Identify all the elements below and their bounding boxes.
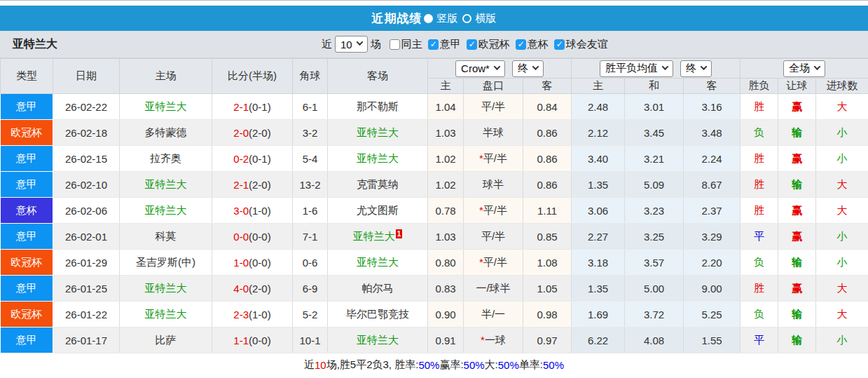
corner-cell: 6-1 [293, 94, 328, 120]
league-badge: 欧冠杯 [1, 302, 53, 328]
league-checkbox-coppa[interactable] [516, 39, 526, 50]
avg-draw-cell: 3.57 [625, 250, 684, 276]
away-team: 亚特兰大 [357, 152, 399, 164]
top-strip [0, 0, 868, 6]
table-row: 欧冠杯 26-02-18 多特蒙德 2-0(2-0) 3-2 亚特兰大 1.03… [1, 120, 868, 146]
same-home-checkbox[interactable] [390, 39, 400, 50]
same-home-label[interactable]: 同主 [401, 38, 422, 51]
home-team: 亚特兰大 [145, 282, 187, 294]
summary-footer: 近10场,胜5平2负3, 胜率:50% 赢率:50% 大:50% 单率:50% [0, 353, 868, 377]
handicap-result-cell: 输 [778, 172, 816, 198]
scope-value: 全场 [789, 62, 810, 75]
summary-segment: 赢率: [439, 358, 463, 372]
odds-company-select[interactable]: Crow* [455, 60, 505, 77]
table-row: 意甲 26-01-25 亚特兰大 4-0(2-0) 6-9 帕尔马 0.83 *… [1, 276, 868, 302]
home-team: 亚特兰大 [145, 204, 187, 216]
vertical-layout-label[interactable]: 竖版 [437, 12, 458, 25]
horizontal-layout-radio[interactable] [462, 14, 471, 23]
score-cell: 1-0(0-0) [212, 250, 293, 276]
match-date: 26-02-10 [53, 172, 120, 198]
avg-draw-cell: 3.21 [625, 146, 684, 172]
home-team: 圣吉罗斯(中) [136, 256, 195, 268]
league-label-serie-a[interactable]: 意甲 [440, 38, 461, 51]
odds-select-group: Crow* 终 [428, 59, 572, 79]
match-table-body: 意甲 26-02-22 亚特兰大 2-1(0-1) 6-1 那不勒斯 1.04 … [1, 94, 868, 353]
league-checkbox-friendly[interactable] [554, 39, 565, 50]
avg-draw-cell: 5.09 [625, 172, 684, 198]
league-badge: 意甲 [1, 94, 53, 120]
handicap-cell: *球半 [464, 172, 523, 198]
table-row: 意甲 26-02-15 拉齐奥 0-2(0-1) 5-4 亚特兰大 1.02 *… [1, 146, 868, 172]
league-checkbox-ucl[interactable] [467, 39, 477, 50]
league-label-ucl[interactable]: 欧冠杯 [478, 38, 510, 51]
avg-home-cell: 3.40 [572, 146, 625, 172]
summary-segment: 场,胜5平2负3, 胜率: [326, 358, 419, 372]
results-table: 类型 日期 主场 比分(半场) 角球 客场 Crow* 终 [0, 58, 868, 353]
odds-away-cell: 1.11 [523, 198, 572, 224]
league-badge: 意甲 [1, 224, 53, 250]
away-team: 尤文图斯 [357, 204, 399, 216]
subheader-goals: 进球数 [816, 79, 868, 94]
league-label-coppa[interactable]: 意杯 [528, 38, 549, 51]
score-cell: 1-1(0-0) [212, 328, 293, 353]
header-corner: 角球 [293, 59, 328, 94]
score-cell: 3-0(1-0) [212, 198, 293, 224]
title-group: 近期战绩 竖版 横版 [372, 11, 497, 27]
league-badge: 意杯 [1, 198, 53, 224]
scope-select-group: 全场 [740, 59, 868, 79]
odds-home-cell: 1.02 [428, 146, 464, 172]
avg-draw-cell: 3.23 [625, 198, 684, 224]
match-date: 26-02-22 [53, 94, 120, 120]
handicap-result-cell: 输 [778, 120, 816, 146]
corner-cell: 7-1 [293, 224, 328, 250]
result-cell: 负 [740, 250, 778, 276]
horizontal-layout-label[interactable]: 横版 [476, 12, 497, 25]
league-checkbox-serie-a[interactable] [428, 39, 439, 50]
goals-cell: 小 [816, 224, 868, 250]
chevron-down-icon [356, 39, 363, 46]
title-bar: 近期战绩 竖版 横版 [0, 6, 868, 31]
header-date: 日期 [53, 59, 120, 94]
summary-segment: 单率: [519, 358, 543, 372]
handicap-result-cell: 赢 [778, 198, 816, 224]
match-date: 26-02-18 [53, 120, 120, 146]
table-row: 意杯 26-02-06 亚特兰大 3-0(1-0) 1-6 尤文图斯 0.78 … [1, 198, 868, 224]
odds-home-cell: 0.91 [428, 328, 464, 353]
handicap-cell: *半球 [464, 120, 523, 146]
avg-type-select[interactable]: 胜平负均值 [600, 60, 673, 77]
league-badge: 意甲 [1, 172, 53, 198]
odds-home-cell: 0.80 [428, 250, 464, 276]
odds-time-select[interactable]: 终 [512, 60, 544, 77]
subheader-avg-away: 客 [684, 79, 740, 94]
subheader-handicap-result: 让球 [778, 79, 816, 94]
corner-cell: 5-4 [293, 146, 328, 172]
avg-away-cell: 1.55 [684, 328, 740, 353]
league-badge: 欧冠杯 [1, 120, 53, 146]
result-cell: 胜 [740, 94, 778, 120]
subheader-odds-away: 客 [523, 79, 572, 94]
games-count-select[interactable]: 10 [335, 36, 368, 53]
odds-home-cell: 0.83 [428, 276, 464, 302]
score-cell: 2-1(2-0) [212, 172, 293, 198]
league-label-friendly[interactable]: 球会友谊 [566, 38, 608, 51]
table-row: 意甲 26-02-22 亚特兰大 2-1(0-1) 6-1 那不勒斯 1.04 … [1, 94, 868, 120]
goals-cell: 大 [816, 302, 868, 328]
avg-time-select[interactable]: 终 [680, 60, 712, 77]
score-cell: 2-0(2-0) [212, 120, 293, 146]
games-count-value: 10 [340, 39, 352, 50]
vertical-layout-radio[interactable] [424, 14, 433, 23]
home-team: 拉齐奥 [150, 152, 181, 164]
avg-home-cell: 1.35 [572, 172, 625, 198]
goals-cell: 大 [816, 94, 868, 120]
match-date: 26-01-25 [53, 276, 120, 302]
summary-segment: 50% [543, 359, 564, 371]
odds-time-value: 终 [518, 62, 528, 75]
handicap-cell: *一/球半 [464, 276, 523, 302]
handicap-cell: *平/半 [464, 146, 523, 172]
result-cell: 胜 [740, 146, 778, 172]
chevron-down-icon [493, 63, 500, 70]
table-row: 欧冠杯 26-01-29 圣吉罗斯(中) 1-0(0-0) 0-6 亚特兰大 0… [1, 250, 868, 276]
handicap-cell: *一球 [464, 328, 523, 353]
scope-select[interactable]: 全场 [783, 60, 825, 77]
odds-home-cell: 0.90 [428, 302, 464, 328]
